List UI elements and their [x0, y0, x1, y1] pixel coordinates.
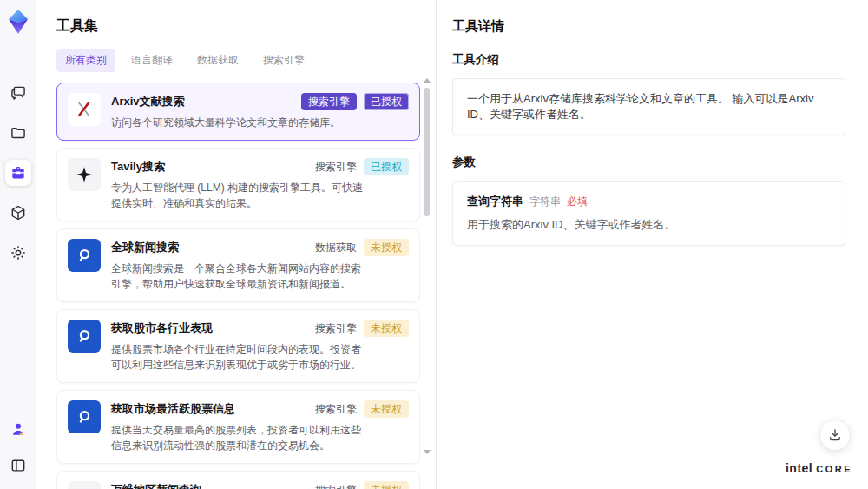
- category-label: 搜索引擎: [315, 321, 357, 336]
- tool-description: 提供股票市场各个行业在特定时间段内的表现。投资者可以利用这些信息来识别表现优于或…: [111, 341, 365, 373]
- tool-description: 提供当天交易量最高的股票列表，投资者可以利用这些信息来识别流动性强的股票和潜在的…: [111, 422, 365, 453]
- blue-q-icon: [68, 239, 101, 272]
- download-button[interactable]: [819, 420, 851, 451]
- tool-intro-text: 一个用于从Arxiv存储库搜索科学论文和文章的工具。 输入可以是Arxiv ID…: [452, 78, 845, 135]
- intel-core-logo: intel CORE: [786, 461, 852, 475]
- tab-search-engine[interactable]: 搜索引擎: [254, 49, 313, 72]
- category-label: 数据获取: [315, 241, 357, 255]
- sidebar-item-files[interactable]: [5, 120, 31, 146]
- tool-card-regional-news[interactable]: 万维地区新闻查询 搜索引擎 未授权 查询具体行政区划内的新闻，快速了解各地新闻动: [56, 471, 420, 489]
- tool-description: 专为人工智能代理 (LLM) 构建的搜索引擎工具。可快速提供实时、准确和真实的结…: [111, 180, 365, 211]
- params-heading: 参数: [452, 155, 845, 170]
- sidebar-item-chat[interactable]: [5, 80, 31, 106]
- toolbox-icon: [10, 164, 27, 182]
- chat-icon: [10, 84, 27, 102]
- category-label: 搜索引擎: [315, 160, 357, 175]
- status-badge: 已授权: [364, 93, 409, 110]
- tool-title: 万维地区新闻查询: [111, 481, 201, 489]
- core-brand-text: CORE: [816, 464, 852, 474]
- scroll-up-icon[interactable]: [424, 78, 431, 83]
- tool-card-global-news-search[interactable]: 全球新闻搜索 数据获取 未授权 全球新闻搜索是一个聚合全球各大新闻网站内容的搜索…: [56, 228, 420, 302]
- intro-heading: 工具介绍: [452, 52, 845, 68]
- user-avatar[interactable]: [5, 416, 31, 442]
- param-name: 查询字符串: [467, 194, 523, 209]
- param-required-flag: 必填: [567, 195, 588, 209]
- download-icon: [827, 427, 843, 443]
- tool-card-tavily[interactable]: Tavily搜索 搜索引擎 已授权 专为人工智能代理 (LLM) 构建的搜索引擎…: [56, 148, 420, 221]
- tool-card-most-active-stocks[interactable]: 获取市场最活跃股票信息 搜索引擎 未授权 提供当天交易量最高的股票列表，投资者可…: [56, 390, 420, 464]
- user-icon: [10, 420, 27, 438]
- detail-title: 工具详情: [452, 18, 845, 35]
- tool-title: Tavily搜索: [111, 158, 165, 175]
- intel-brand-text: intel: [786, 461, 812, 475]
- folder-icon: [10, 124, 27, 142]
- sidebar-item-packages[interactable]: [5, 200, 31, 226]
- tool-title: 获取市场最活跃股票信息: [111, 400, 235, 417]
- tool-description: 访问各个研究领域大量科学论文和文章的存储库。: [111, 115, 365, 130]
- tab-data-acquisition[interactable]: 数据获取: [188, 49, 247, 72]
- tool-card-sector-performance[interactable]: 获取股市各行业表现 搜索引擎 未授权 提供股票市场各个行业在特定时间段内的表现。…: [56, 309, 420, 383]
- tool-title: 全球新闻搜索: [111, 239, 179, 255]
- newspaper-icon: [68, 481, 101, 489]
- tab-all-categories[interactable]: 所有类别: [56, 49, 115, 72]
- status-badge: 未授权: [364, 239, 409, 256]
- tool-description: 全球新闻搜索是一个聚合全球各大新闻网站内容的搜索引擎，帮助用户快速获取全球最新资…: [111, 261, 365, 292]
- tavily-star-icon: [68, 158, 101, 191]
- sidebar-item-settings[interactable]: [5, 240, 31, 266]
- tool-list-panel: 工具集 所有类别 语言翻译 数据获取 搜索引擎 Arxiv文献搜索 搜索引擎 已…: [36, 0, 436, 489]
- tool-title: 获取股市各行业表现: [111, 320, 213, 336]
- status-badge: 未授权: [364, 320, 409, 337]
- category-label: 搜索引擎: [315, 402, 357, 417]
- tab-language-translation[interactable]: 语言翻译: [122, 49, 181, 72]
- parameter-card: 查询字符串 字符串 必填 用于搜索的Arxiv ID、关键字或作者姓名。: [452, 181, 845, 246]
- app-logo-icon: [6, 9, 30, 35]
- page-title: 工具集: [56, 17, 420, 36]
- scrollbar-thumb[interactable]: [424, 88, 430, 216]
- status-badge: 未授权: [364, 481, 409, 489]
- tool-title: Arxiv文献搜索: [111, 93, 185, 109]
- sidebar-nav: [5, 80, 31, 266]
- list-scrollbar[interactable]: [423, 78, 431, 484]
- tool-card-list: Arxiv文献搜索 搜索引擎 已授权 访问各个研究领域大量科学论文和文章的存储库…: [56, 83, 420, 489]
- category-badge: 搜索引擎: [301, 93, 357, 110]
- category-tabs: 所有类别 语言翻译 数据获取 搜索引擎: [56, 49, 420, 72]
- scroll-down-icon[interactable]: [424, 450, 431, 454]
- status-badge: 未授权: [364, 400, 409, 418]
- tool-card-arxiv[interactable]: Arxiv文献搜索 搜索引擎 已授权 访问各个研究领域大量科学论文和文章的存储库…: [56, 83, 420, 141]
- param-description: 用于搜索的Arxiv ID、关键字或作者姓名。: [467, 217, 831, 233]
- blue-q-icon: [68, 320, 101, 353]
- arxiv-logo-icon: [68, 93, 101, 126]
- gear-icon: [10, 244, 27, 261]
- package-icon: [10, 204, 27, 221]
- panel-toggle-icon: [10, 457, 27, 474]
- blue-q-icon: [68, 400, 101, 433]
- category-label: 搜索引擎: [315, 483, 357, 489]
- sidebar-item-tools[interactable]: [5, 160, 31, 186]
- sidebar: [0, 0, 36, 489]
- param-type: 字符串: [529, 195, 561, 209]
- collapse-panel-button[interactable]: [5, 453, 31, 479]
- sidebar-bottom: [5, 416, 31, 479]
- tool-detail-panel: 工具详情 工具介绍 一个用于从Arxiv存储库搜索科学论文和文章的工具。 输入可…: [436, 0, 868, 489]
- status-badge: 已授权: [364, 158, 409, 175]
